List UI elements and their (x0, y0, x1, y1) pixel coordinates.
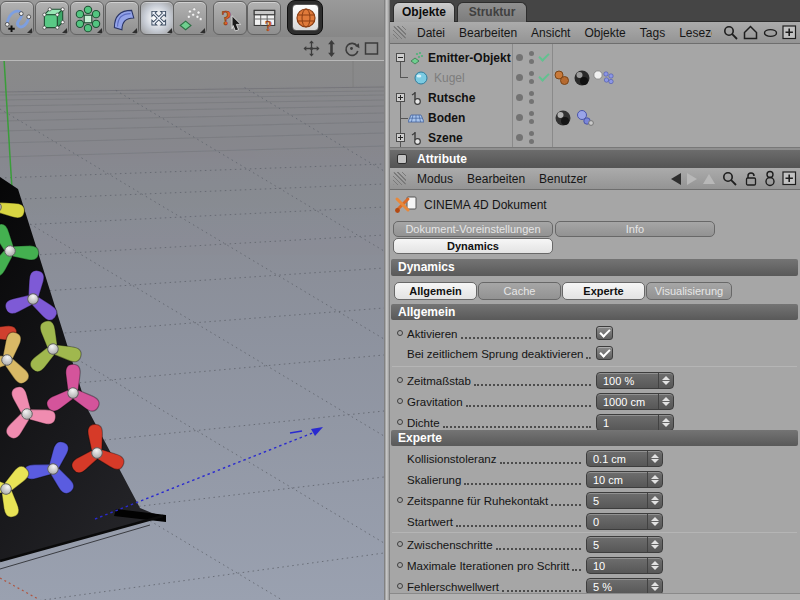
tab-info[interactable]: Info (555, 221, 715, 237)
dichte-field[interactable]: 1 (596, 414, 674, 431)
animation-dot[interactable] (397, 377, 403, 383)
stepper-icon[interactable] (647, 537, 662, 552)
tab-objekte[interactable]: Objekte (393, 2, 455, 22)
eye-icon[interactable] (762, 24, 779, 41)
search-icon[interactable] (721, 170, 738, 187)
animation-dot[interactable] (397, 330, 403, 336)
menu-lesezeichen[interactable]: Lesezeichen (672, 26, 712, 40)
sprung-checkbox[interactable] (596, 346, 613, 360)
tab-cache[interactable]: Cache (478, 282, 561, 300)
menu-benutzer[interactable]: Benutzer (532, 172, 594, 186)
object-label[interactable]: Boden (428, 111, 465, 125)
animation-dot[interactable] (397, 398, 403, 404)
render-visibility-dot[interactable] (529, 139, 534, 144)
animation-dot[interactable] (397, 541, 403, 547)
content-browser-button[interactable] (287, 0, 323, 35)
stepper-icon[interactable] (647, 493, 662, 508)
palette-grip-icon[interactable] (393, 172, 406, 185)
tab-experte[interactable]: Experte (562, 282, 645, 300)
add-panel-icon[interactable] (782, 25, 797, 40)
object-label[interactable]: Szene (428, 131, 463, 145)
menu-datei[interactable]: Datei (410, 26, 452, 40)
stepper-icon[interactable] (658, 394, 673, 409)
editor-visibility-dot[interactable] (529, 131, 534, 136)
editor-visibility-dot[interactable] (529, 71, 534, 76)
bend-deformer-button[interactable] (105, 1, 139, 35)
back-arrow-icon[interactable] (671, 173, 681, 185)
tab-dokument-voreinstellungen[interactable]: Dokument-Voreinstellungen (393, 221, 553, 237)
maximize-view-icon[interactable] (363, 40, 380, 57)
tab-dynamics[interactable]: Dynamics (393, 238, 553, 254)
dark-material-tag-icon[interactable] (573, 69, 591, 87)
editor-visibility-dot[interactable] (529, 51, 534, 56)
zwischenschritte-field[interactable]: 5 (586, 536, 663, 553)
stepper-icon[interactable] (647, 579, 662, 594)
iterationen-field[interactable]: 10 (586, 557, 663, 574)
panel-square-icon[interactable] (397, 154, 407, 164)
enabled-check-icon[interactable] (538, 72, 550, 82)
animation-dot[interactable] (397, 497, 403, 503)
animation-dot[interactable] (397, 419, 403, 425)
polygon-cube-button[interactable] (35, 1, 69, 35)
help-button[interactable]: ? (213, 1, 247, 35)
menu-bearbeiten-attr[interactable]: Bearbeiten (460, 172, 532, 186)
layer-dot[interactable] (516, 94, 523, 101)
array-object-button[interactable] (70, 1, 104, 35)
kollisionstoleranz-field[interactable]: 0.1 cm (586, 450, 663, 467)
render-visibility-dot[interactable] (529, 59, 534, 64)
tab-struktur[interactable]: Struktur (457, 2, 527, 22)
tree-row-szene[interactable]: Szene (390, 128, 800, 148)
startwert-field[interactable]: 0 (586, 513, 663, 530)
scale-view-icon[interactable] (323, 40, 340, 57)
editor-visibility-dot[interactable] (529, 111, 534, 116)
collapse-expander-icon[interactable] (396, 53, 405, 62)
layer-dot[interactable] (516, 54, 523, 61)
menu-ansicht[interactable]: Ansicht (524, 26, 577, 40)
add-panel-icon[interactable] (782, 171, 797, 186)
spline-pen-button[interactable] (0, 1, 34, 35)
animation-dot[interactable] (397, 562, 403, 568)
particle-emitter-button[interactable] (173, 1, 207, 35)
stepper-icon[interactable] (647, 472, 662, 487)
menu-modus[interactable]: Modus (410, 172, 460, 186)
gravitation-field[interactable]: 1000 cm (596, 393, 674, 410)
animation-dot[interactable] (397, 583, 403, 589)
render-visibility-dot[interactable] (529, 79, 534, 84)
enabled-check-icon[interactable] (538, 52, 550, 62)
rotate-view-icon[interactable] (343, 40, 360, 57)
tree-row-boden[interactable]: Boden (390, 108, 800, 128)
aktivieren-checkbox[interactable] (596, 326, 613, 340)
stepper-icon[interactable] (658, 415, 673, 430)
move-tool-button[interactable] (140, 1, 174, 35)
stepper-icon[interactable] (658, 373, 673, 388)
users-icon[interactable] (764, 170, 776, 187)
zeitmassstab-field[interactable]: 100 % (596, 372, 674, 389)
dynamics-body-tag-icon[interactable] (593, 70, 615, 86)
lock-icon[interactable] (744, 171, 758, 187)
object-label[interactable]: Rutsche (428, 91, 475, 105)
menu-objekte[interactable]: Objekte (577, 26, 632, 40)
forward-arrow-icon[interactable] (687, 173, 697, 185)
expand-expander-icon[interactable] (396, 93, 405, 102)
zeitspanne-field[interactable]: 5 (586, 492, 663, 509)
up-arrow-icon[interactable] (703, 174, 715, 184)
layer-dot[interactable] (516, 114, 523, 121)
tree-row-emitter[interactable]: Emitter-Objekt (390, 48, 800, 68)
spreadsheet-button[interactable]: ? (247, 1, 281, 35)
home-icon[interactable] (742, 24, 759, 41)
collision-tag-icon[interactable] (575, 109, 595, 127)
object-label[interactable]: Kugel (434, 71, 465, 85)
stepper-icon[interactable] (647, 514, 662, 529)
viewport-3d[interactable] (0, 60, 384, 600)
stepper-icon[interactable] (647, 558, 662, 573)
palette-grip-icon[interactable] (393, 26, 406, 39)
expand-expander-icon[interactable] (396, 133, 405, 142)
menu-bearbeiten[interactable]: Bearbeiten (452, 26, 524, 40)
search-icon[interactable] (722, 24, 739, 41)
editor-visibility-dot[interactable] (529, 91, 534, 96)
render-visibility-dot[interactable] (529, 119, 534, 124)
skalierung-field[interactable]: 10 cm (586, 471, 663, 488)
menu-tags[interactable]: Tags (633, 26, 672, 40)
stepper-icon[interactable] (647, 451, 662, 466)
tab-visualisierung[interactable]: Visualisierung (646, 282, 732, 300)
